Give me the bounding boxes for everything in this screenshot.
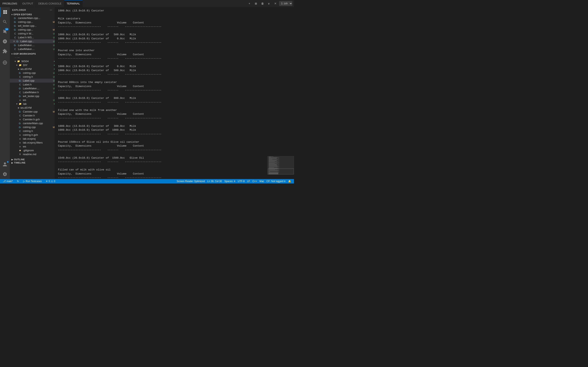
terminal-instance-selector[interactable]: 1: zsh [279,1,292,6]
account-icon[interactable]: 1 [0,159,10,169]
search-icon[interactable] [0,17,10,27]
errors-status[interactable]: ✕ 0 ⚠ 0 [44,179,56,184]
open-file-w4-tester[interactable]: G· w4_tester.cpp... [10,24,55,28]
add-terminal-button[interactable]: ＋ [246,1,252,6]
run-debug-icon[interactable] [0,36,10,46]
account-status[interactable]: CF: Not logged in [265,179,287,184]
terminal-line: 1000.0cc (13.0x10.0) Canister of 500.0cc… [58,33,291,37]
top-tab-bar: PROBLEMS OUTPUT DEBUG CONSOLE TERMINAL ＋… [0,0,294,7]
file-cstring-h-diy[interactable]: C cstring.h U [10,75,55,79]
file-label-h-diy[interactable]: C Label.h U [10,83,55,86]
close-icon[interactable]: ✕ [13,40,15,43]
file-lab-vcxproj-filters[interactable]: ≡ lab.vcxproj.filters [10,141,55,145]
extensions-icon[interactable] [0,46,10,56]
terminal-line: 1549.8cc (20.0x10.0) Canister of 1500.0c… [58,156,291,160]
terminal-line [58,92,291,96]
file-lab-vcxproj[interactable]: ≡ lab.vcxproj [10,137,55,141]
timeline-section[interactable]: ▶ TIMELINE [10,161,55,164]
file-readme-md[interactable]: ℹ readme.md [10,152,55,156]
terminal-line: Poured 800ccs into the empty canister [58,80,291,84]
sidebar-more-icon[interactable]: ··· [50,9,52,11]
open-file-cstring-cpp-m2[interactable]: G· cstring.cpp... M [10,28,55,32]
tab-output[interactable]: OUTPUT [20,0,36,7]
h-icon: C [13,33,17,35]
file-w4tester-diy[interactable]: G· w4_tester.cpp [10,94,55,98]
line-ending-status[interactable]: LF [246,179,251,184]
open-file-label-h[interactable]: C Label.h WS... U [10,35,55,39]
terminal-content[interactable]: 1000.0cc (13.0x10.0) Canister Milk canis… [55,7,294,179]
encoding-status[interactable]: UTF-8 [236,179,246,184]
bell-icon: 🔔 [288,180,291,183]
terminal-line [58,13,291,17]
open-file-labelmaker-cpp[interactable]: G· LabelMaker.... U [10,43,55,47]
file-ws-lab[interactable]: ≡ ws [10,145,55,149]
file-cstring-h-gch[interactable]: ≡ cstring.h.gch [10,133,55,137]
file-canister-cpp[interactable]: G· Canister.cpp M [10,110,55,114]
folder-diy[interactable]: ▾ 📁 DIY ● [10,63,55,67]
tab-problems[interactable]: PROBLEMS [0,0,20,7]
open-file-cstring-cpp-m[interactable]: G· cstring.cpp... M [10,20,55,24]
folder-wsdSYM-lab[interactable]: ▶ ws.dSYM [10,106,55,110]
remote-explorer-icon[interactable] [0,58,10,67]
file-labelmaker-cpp-diy[interactable]: G· LabelMaker.... U [10,86,55,90]
ws04-chevron: ▾ [15,60,16,62]
cursor-position-status[interactable]: Ln 39, Col 30 [206,179,223,184]
open-file-label-cpp[interactable]: ✕ G· Label.cpp... U [10,39,55,43]
terminal-line: Capacity, Dimensions Volume Content [58,21,291,25]
terminal-line [58,136,291,140]
tab-terminal[interactable]: TERMINAL [64,0,83,7]
sync-status[interactable]: ↻ [16,179,20,184]
branch-status[interactable]: ⎇ main* [2,179,14,184]
terminal-line: Filled one with the milk from another [58,108,291,112]
folder-ws0x[interactable]: ··· ··· [10,55,55,59]
file-cstring-h-lab[interactable]: C cstring.h [10,129,55,133]
file-cstring-cpp-diy[interactable]: G· cstring.cpp U [10,71,55,75]
screen-reader-status[interactable]: Screen Reader Optimized [175,179,206,184]
sync-icon: ↻ [17,180,19,183]
close-panel-button[interactable]: ✕ [273,1,278,6]
error-icon: ✕ [46,180,48,183]
cpp-icon: G· [13,17,17,19]
kill-terminal-button[interactable]: 🗑 [259,1,265,6]
terminal-line: --------------------------- ------- ----… [58,57,291,60]
terminal-line: Capacity, Dimensions Volume Content [58,144,291,148]
editor-area: 1000.0cc (13.0x10.0) Canister Milk canis… [55,7,294,179]
file-label-cpp-diy[interactable]: G· Label.cpp U [10,79,55,83]
explorer-icon[interactable] [0,7,10,17]
open-file-canister-main[interactable]: G· canisterMain.cpp... [10,16,55,20]
file-canister-h[interactable]: C Canister.h [10,114,55,117]
source-control-icon[interactable]: 16 [0,27,10,36]
folder-lab[interactable]: ▾ 📁 lab ● [10,102,55,106]
file-gitignore[interactable]: ◆ .gitignore [10,149,55,152]
split-terminal-button[interactable]: ⊞ [253,1,259,6]
terminal-line: 1000.0cc (13.0x10.0) Canister of 0.0cc M… [58,37,291,41]
sidebar-header: EXPLORER ··· [10,7,55,13]
terminal-line: 1000.0cc (13.0x10.0) Canister of 0.0cc M… [58,64,291,68]
warning-icon: ⚠ [51,180,53,183]
folder-icon: 📁 [18,103,22,105]
open-editors-section[interactable]: ▾ OPEN EDITORS [10,13,55,16]
source-control-badge: 16 [5,28,9,30]
open-file-cstring-h[interactable]: C cstring.h W... U [10,32,55,35]
terminal-line: 1000.0cc (13.0x10.0) Canister of 1000.0c… [58,128,291,132]
outline-section[interactable]: ▶ OUTLINE [10,158,55,161]
spaces-status[interactable]: Spaces: 4 [223,179,236,184]
file-ws-diy[interactable]: ≡ ws U [10,98,55,102]
tab-debug-console[interactable]: DEBUG CONSOLE [36,0,64,7]
minimap-canvas [268,156,294,175]
open-file-labelmaker-h[interactable]: C LabelMaker.... U [10,47,55,51]
platform-status[interactable]: Mac [258,179,265,184]
settings-icon[interactable] [0,169,10,179]
oop-chevron: ▾ [11,53,13,55]
file-cstring-cpp-lab[interactable]: G· cstring.cpp M [10,125,55,129]
file-labelmaker-h-diy[interactable]: C LabelMaker.h U [10,90,55,94]
oop-workshops-section[interactable]: ▾ OOP-WORKSHOPS [10,52,55,55]
run-testcases-button[interactable]: ▷ Run Testcases [22,179,43,184]
file-canistermain-cpp[interactable]: G· canisterMain.cpp [10,121,55,125]
notifications-icon[interactable]: 🔔 [287,179,292,184]
language-status[interactable]: C++ [251,179,258,184]
chevron-down-icon[interactable]: ∨ [266,1,272,6]
file-canister-h-gch[interactable]: ≡ Canister.h.gch [10,117,55,121]
folder-ws04[interactable]: ▾ 📁 WS04 ● [10,59,55,63]
folder-wsdSYM-diy[interactable]: ▶ ws.dSYM ● [10,67,55,71]
